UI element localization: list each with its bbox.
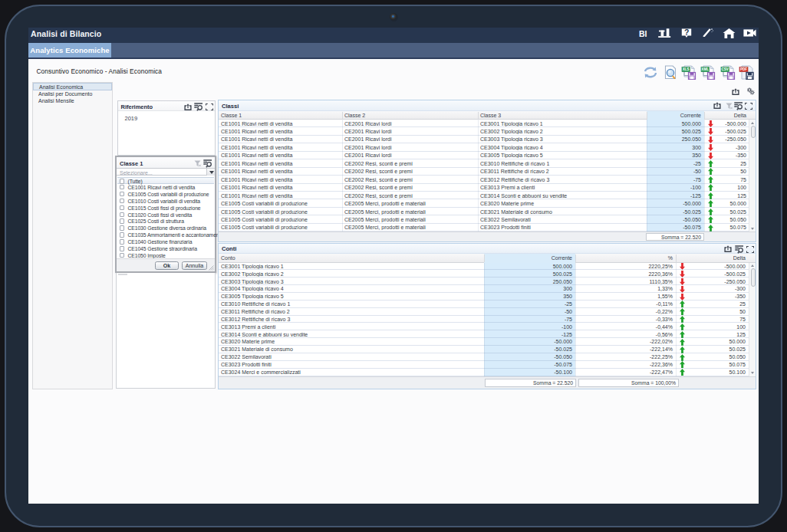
svg-text:CSV: CSV	[721, 67, 729, 71]
svg-text:?: ?	[684, 28, 689, 37]
svg-text:XML: XML	[701, 67, 709, 71]
svg-text:XLS: XLS	[683, 67, 690, 71]
svg-text:PDF: PDF	[740, 67, 747, 71]
